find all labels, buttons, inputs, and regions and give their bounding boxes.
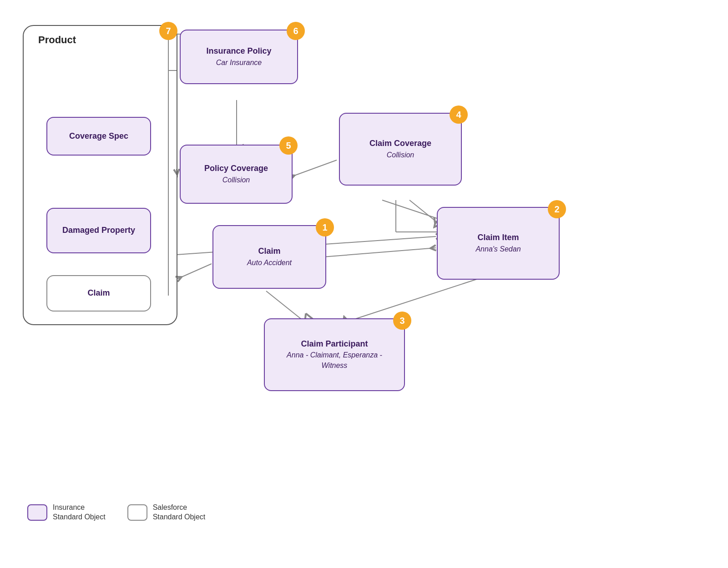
node-claim: Claim Auto Accident	[212, 225, 326, 289]
node-claim-coverage: Claim Coverage Collision	[339, 113, 462, 186]
damaged-property-title: Damaged Property	[62, 225, 135, 236]
badge-2: 2	[548, 200, 566, 218]
claim-title: Claim	[258, 246, 280, 256]
node-claim-item: Claim Item Anna's Sedan	[437, 207, 560, 280]
claim-item-italic: Anna's Sedan	[475, 244, 521, 254]
insurance-policy-title: Insurance Policy	[206, 46, 271, 56]
svg-line-13	[323, 248, 436, 257]
claim-sidebar-title: Claim	[87, 288, 110, 298]
svg-line-12	[410, 200, 438, 223]
claim-italic: Auto Accident	[247, 258, 292, 268]
legend-salesforce-box	[127, 504, 147, 521]
node-claim-sidebar: Claim	[46, 275, 151, 312]
claim-coverage-title: Claim Coverage	[369, 138, 431, 149]
policy-coverage-italic: Collision	[222, 175, 250, 185]
legend-insurance: InsuranceStandard Object	[27, 503, 106, 522]
diagram-container: Product Coverage Spec Damaged Property C…	[0, 0, 728, 537]
coverage-spec-title: Coverage Spec	[69, 131, 128, 141]
node-policy-coverage: Policy Coverage Collision	[180, 145, 293, 204]
svg-line-15	[266, 291, 305, 322]
node-damaged-property: Damaged Property	[46, 208, 151, 253]
product-label: Product	[38, 34, 76, 46]
node-coverage-spec: Coverage Spec	[46, 117, 151, 156]
badge-5: 5	[279, 136, 298, 155]
badge-7: 7	[159, 22, 177, 40]
legend: InsuranceStandard Object SalesforceStand…	[27, 503, 205, 522]
svg-line-16	[346, 277, 482, 322]
policy-coverage-title: Policy Coverage	[204, 163, 268, 174]
claim-coverage-italic: Collision	[387, 150, 414, 160]
legend-salesforce-label: SalesforceStandard Object	[153, 503, 206, 522]
legend-salesforce: SalesforceStandard Object	[127, 503, 206, 522]
svg-line-9	[382, 200, 437, 218]
svg-line-14	[177, 264, 212, 279]
badge-6: 6	[287, 22, 305, 40]
badge-4: 4	[450, 106, 468, 124]
legend-insurance-label: InsuranceStandard Object	[53, 503, 106, 522]
svg-line-8	[289, 160, 337, 177]
legend-insurance-box	[27, 504, 47, 521]
insurance-policy-italic: Car Insurance	[216, 58, 262, 68]
claim-participant-title: Claim Participant	[301, 339, 368, 349]
badge-1: 1	[316, 218, 334, 236]
badge-3: 3	[393, 312, 411, 330]
product-box: Product Coverage Spec Damaged Property C…	[23, 25, 177, 325]
node-claim-participant: Claim Participant Anna - Claimant, Esper…	[264, 318, 405, 391]
node-insurance-policy: Insurance Policy Car Insurance	[180, 30, 298, 84]
claim-item-title: Claim Item	[477, 232, 519, 243]
claim-participant-italic: Anna - Claimant, Esperanza - Witness	[274, 350, 395, 371]
